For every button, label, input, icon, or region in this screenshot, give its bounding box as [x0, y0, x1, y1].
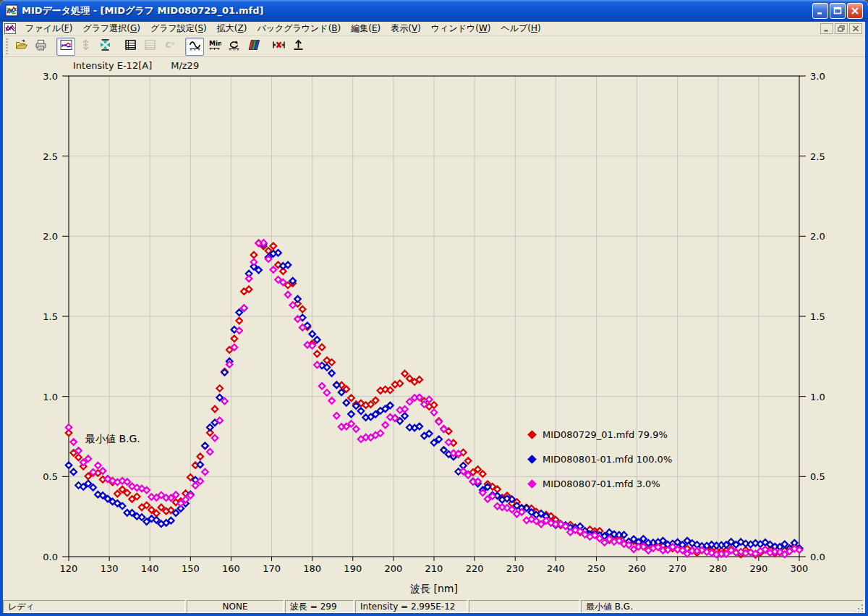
svg-text:120: 120 — [60, 563, 78, 574]
mdi-close-button[interactable] — [849, 23, 862, 34]
resize-grip[interactable] — [855, 603, 864, 612]
application-window: MIDデータ処理 - [MIDグラフ MID080729_01.mfd] ファイ… — [0, 0, 868, 616]
smooth-curve-button[interactable] — [185, 38, 204, 56]
svg-text:260: 260 — [628, 563, 646, 574]
min-value-button[interactable]: Min — [205, 38, 224, 56]
svg-text:290: 290 — [749, 563, 767, 574]
data-table-2-icon — [143, 38, 157, 54]
svg-text:270: 270 — [668, 563, 686, 574]
minimize-button[interactable] — [812, 3, 828, 19]
svg-text:250: 250 — [587, 563, 605, 574]
status-wavelength: 波長 = 299 — [285, 600, 354, 613]
menu-zoom[interactable]: 拡大(Z) — [212, 21, 252, 36]
svg-text:220: 220 — [466, 563, 484, 574]
smooth-curve-icon — [188, 38, 202, 54]
y-scale-icon — [79, 38, 93, 54]
svg-text:3.0: 3.0 — [810, 71, 825, 82]
compare-graphs-icon — [247, 38, 260, 54]
chart-mz-label: M/z29 — [171, 60, 199, 71]
window-border-left — [0, 22, 3, 616]
menu-bar: ファイル(F) グラフ選択(G) グラフ設定(S) 拡大(Z) バックグラウンド… — [3, 22, 865, 36]
svg-text:140: 140 — [141, 563, 159, 574]
svg-text:1.5: 1.5 — [43, 311, 58, 322]
export-up-icon — [292, 38, 305, 54]
scatter-plot[interactable]: 1201301401501601701801902002102202302402… — [3, 57, 865, 599]
status-min-bg: 最小値 B.G. — [581, 600, 864, 613]
fit-view-button[interactable] — [95, 38, 114, 56]
legend-item: MID080807-01.mfd 3.0% — [529, 477, 672, 491]
legend-label: MID080729_01.mfd 79.9% — [542, 429, 668, 440]
menu-graph-select[interactable]: グラフ選択(G) — [77, 21, 145, 36]
svg-text:190: 190 — [344, 563, 362, 574]
legend-label: MID080801-01.mfd 100.0% — [542, 454, 672, 465]
graph-view-icon — [59, 38, 73, 54]
menu-window[interactable]: ウィンドウ(W) — [426, 21, 496, 36]
status-ready: レディ — [3, 600, 185, 613]
open-file-button[interactable] — [12, 38, 30, 56]
svg-text:2.5: 2.5 — [810, 151, 825, 162]
chart-legend: MID080729_01.mfd 79.9% MID080801-01.mfd … — [529, 428, 672, 502]
open-file-icon — [14, 38, 28, 54]
menu-graph-settings[interactable]: グラフ設定(S) — [145, 21, 212, 36]
status-bar: レディ NONE 波長 = 299 Intensity = 2.995E-12 … — [3, 599, 865, 613]
data-table-button[interactable] — [121, 38, 140, 56]
window-title: MIDデータ処理 - [MIDグラフ MID080729_01.mfd] — [22, 4, 263, 17]
svg-text:0.5: 0.5 — [43, 471, 58, 482]
compare-graphs-button[interactable] — [244, 38, 263, 56]
title-bar: MIDデータ処理 - [MIDグラフ MID080729_01.mfd] — [0, 0, 868, 22]
legend-item: MID080729_01.mfd 79.9% — [529, 428, 672, 442]
svg-text:300: 300 — [791, 563, 809, 574]
mdi-window-controls — [820, 23, 862, 34]
temperature-icon: C° — [163, 38, 176, 54]
toolbar-grip[interactable] — [4, 38, 9, 54]
data-table-icon — [124, 38, 137, 54]
svg-text:2.0: 2.0 — [810, 231, 825, 242]
maximize-button[interactable] — [830, 3, 846, 19]
print-button[interactable] — [31, 38, 50, 56]
menu-help[interactable]: ヘルプ(H) — [495, 21, 545, 36]
graph-view-button[interactable] — [56, 38, 75, 56]
window-controls — [812, 3, 863, 19]
background-rotate-button[interactable] — [224, 38, 243, 56]
svg-text:2.0: 2.0 — [43, 231, 58, 242]
svg-text:180: 180 — [303, 563, 321, 574]
mdi-minimize-button[interactable] — [820, 23, 833, 34]
clear-marker-icon — [272, 38, 286, 54]
chart-y-unit-label: Intensity E-12[A] — [73, 60, 152, 71]
print-icon — [34, 38, 48, 54]
legend-diamond-icon — [527, 455, 537, 464]
svg-text:150: 150 — [182, 563, 200, 574]
svg-text:170: 170 — [263, 563, 281, 574]
status-intensity: Intensity = 2.995E-12 — [355, 600, 467, 613]
menu-background[interactable]: バックグラウンド(B) — [252, 21, 346, 36]
clear-marker-button[interactable] — [269, 38, 288, 56]
svg-text:210: 210 — [425, 563, 443, 574]
min-value-icon: Min — [208, 38, 221, 54]
fit-view-icon — [98, 38, 112, 54]
svg-text:1.0: 1.0 — [810, 392, 825, 402]
document-graph-icon[interactable] — [4, 23, 16, 34]
svg-text:160: 160 — [222, 563, 240, 574]
toolbar: C° Min — [3, 36, 865, 57]
svg-text:0.0: 0.0 — [810, 552, 825, 562]
menu-edit[interactable]: 編集(E) — [346, 21, 386, 36]
data-table-2-button — [140, 38, 159, 56]
y-scale-button — [76, 38, 95, 56]
chart-area: 1201301401501601701801902002102202302402… — [3, 57, 865, 599]
legend-item: MID080801-01.mfd 100.0% — [529, 452, 672, 466]
export-up-button[interactable] — [289, 38, 307, 56]
window-border-right — [865, 22, 868, 616]
legend-diamond-icon — [527, 430, 537, 439]
close-button[interactable] — [847, 3, 863, 19]
legend-diamond-icon — [527, 479, 537, 489]
menu-view[interactable]: 表示(V) — [386, 21, 426, 36]
background-rotate-icon — [227, 38, 241, 54]
x-axis-title: 波長 [nm] — [69, 583, 799, 596]
temperature-button: C° — [160, 38, 179, 56]
mdi-restore-button[interactable] — [835, 23, 848, 34]
svg-text:230: 230 — [506, 563, 524, 574]
svg-text:280: 280 — [709, 563, 727, 574]
menu-file[interactable]: ファイル(F) — [20, 21, 77, 36]
status-none: NONE — [187, 600, 284, 613]
status-empty — [469, 600, 579, 613]
